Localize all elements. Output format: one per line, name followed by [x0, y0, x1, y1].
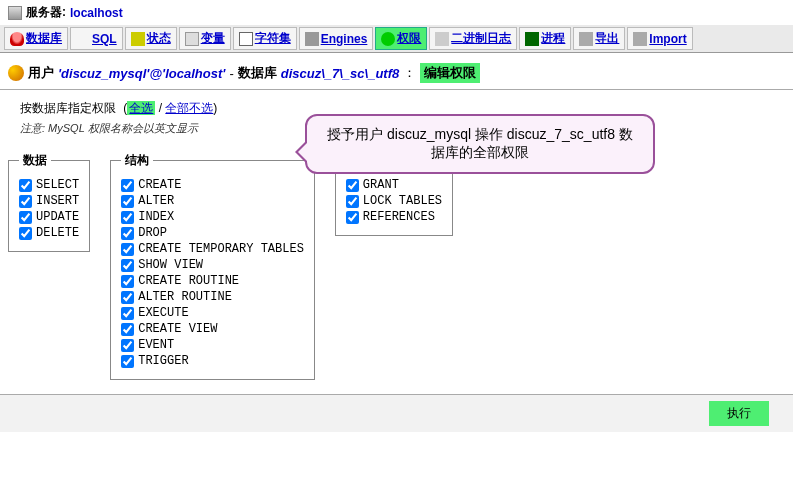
priv-checkbox[interactable] [346, 179, 359, 192]
colon: ： [403, 64, 416, 82]
priv-event[interactable]: EVENT [121, 337, 304, 353]
tab-engines[interactable]: Engines [299, 27, 374, 50]
structure-group: 结构 CREATEALTERINDEXDROPCREATE TEMPORARY … [110, 152, 315, 380]
engines-icon [305, 32, 319, 46]
priv-references[interactable]: REFERENCES [346, 209, 442, 225]
priv-checkbox[interactable] [121, 275, 134, 288]
tab-databases[interactable]: 数据库 [4, 27, 68, 50]
priv-insert[interactable]: INSERT [19, 193, 79, 209]
tab-status[interactable]: 状态 [125, 27, 177, 50]
priv-checkbox[interactable] [346, 211, 359, 224]
privileges-icon [381, 32, 395, 46]
priv-trigger[interactable]: TRIGGER [121, 353, 304, 369]
priv-checkbox[interactable] [121, 243, 134, 256]
priv-checkbox[interactable] [121, 307, 134, 320]
priv-label: CREATE ROUTINE [138, 274, 239, 288]
user-heading: 用户 'discuz_mysql'@'localhost' - 数据库 disc… [0, 53, 793, 89]
processes-icon [525, 32, 539, 46]
server-bar: 服务器: localhost [0, 0, 793, 25]
tab-sql[interactable]: SQL [70, 27, 123, 50]
priv-checkbox[interactable] [19, 179, 32, 192]
server-host: localhost [70, 6, 123, 20]
tab-label: Import [649, 32, 686, 46]
priv-checkbox[interactable] [121, 291, 134, 304]
callout-bubble: 授予用户 discuz_mysql 操作 discuz_7_sc_utf8 数据… [305, 114, 655, 174]
priv-create-routine[interactable]: CREATE ROUTINE [121, 273, 304, 289]
status-icon [131, 32, 145, 46]
tab-privileges[interactable]: 权限 [375, 27, 427, 50]
tab-processes[interactable]: 进程 [519, 27, 571, 50]
priv-checkbox[interactable] [19, 227, 32, 240]
data-group: 数据 SELECTINSERTUPDATEDELETE [8, 152, 90, 252]
execute-button[interactable]: 执行 [709, 401, 769, 426]
priv-checkbox[interactable] [121, 179, 134, 192]
database-value: discuz\_7\_sc\_utf8 [281, 66, 400, 81]
priv-label: DELETE [36, 226, 79, 240]
tab-export[interactable]: 导出 [573, 27, 625, 50]
priv-drop[interactable]: DROP [121, 225, 304, 241]
tab-label: 字符集 [255, 30, 291, 47]
sql-icon [76, 32, 90, 46]
priv-checkbox[interactable] [121, 323, 134, 336]
edit-privileges-label: 编辑权限 [420, 63, 480, 83]
priv-alter-routine[interactable]: ALTER ROUTINE [121, 289, 304, 305]
tab-label: 权限 [397, 30, 421, 47]
tab-label: 进程 [541, 30, 565, 47]
tab-label: 数据库 [26, 30, 62, 47]
user-value: 'discuz_mysql'@'localhost' [58, 66, 225, 81]
main-toolbar: 数据库SQL状态变量字符集Engines权限二进制日志进程导出Import [0, 25, 793, 53]
select-all-link[interactable]: 全选 [127, 101, 155, 115]
database-label: 数据库 [238, 64, 277, 82]
priv-checkbox[interactable] [19, 211, 32, 224]
priv-checkbox[interactable] [121, 339, 134, 352]
priv-update[interactable]: UPDATE [19, 209, 79, 225]
tab-binlog[interactable]: 二进制日志 [429, 27, 517, 50]
tab-variables[interactable]: 变量 [179, 27, 231, 50]
priv-lock-tables[interactable]: LOCK TABLES [346, 193, 442, 209]
variables-icon [185, 32, 199, 46]
priv-create[interactable]: CREATE [121, 177, 304, 193]
priv-checkbox[interactable] [19, 195, 32, 208]
priv-grant[interactable]: GRANT [346, 177, 442, 193]
priv-delete[interactable]: DELETE [19, 225, 79, 241]
priv-label: CREATE [138, 178, 181, 192]
priv-checkbox[interactable] [121, 355, 134, 368]
priv-label: GRANT [363, 178, 399, 192]
priv-label: TRIGGER [138, 354, 188, 368]
tab-label: 状态 [147, 30, 171, 47]
dash: - [229, 66, 233, 81]
import-icon [633, 32, 647, 46]
priv-create-view[interactable]: CREATE VIEW [121, 321, 304, 337]
priv-label: SELECT [36, 178, 79, 192]
priv-execute[interactable]: EXECUTE [121, 305, 304, 321]
databases-icon [10, 32, 24, 46]
tab-label: 变量 [201, 30, 225, 47]
priv-select[interactable]: SELECT [19, 177, 79, 193]
privilege-groups: 数据 SELECTINSERTUPDATEDELETE 结构 CREATEALT… [8, 146, 785, 386]
tab-charsets[interactable]: 字符集 [233, 27, 297, 50]
select-none-link[interactable]: 全部不选 [165, 101, 213, 115]
priv-checkbox[interactable] [121, 211, 134, 224]
priv-label: ALTER [138, 194, 174, 208]
charsets-icon [239, 32, 253, 46]
tab-import[interactable]: Import [627, 27, 692, 50]
select-bar-title: 按数据库指定权限 [16, 101, 120, 115]
priv-index[interactable]: INDEX [121, 209, 304, 225]
priv-alter[interactable]: ALTER [121, 193, 304, 209]
priv-checkbox[interactable] [121, 195, 134, 208]
priv-create-temporary-tables[interactable]: CREATE TEMPORARY TABLES [121, 241, 304, 257]
tab-label: Engines [321, 32, 368, 46]
priv-checkbox[interactable] [121, 259, 134, 272]
priv-label: LOCK TABLES [363, 194, 442, 208]
priv-checkbox[interactable] [121, 227, 134, 240]
priv-show-view[interactable]: SHOW VIEW [121, 257, 304, 273]
priv-checkbox[interactable] [346, 195, 359, 208]
structure-legend: 结构 [121, 152, 153, 169]
priv-label: EVENT [138, 338, 174, 352]
priv-label: REFERENCES [363, 210, 435, 224]
priv-label: INDEX [138, 210, 174, 224]
server-label: 服务器: [26, 4, 66, 21]
data-legend: 数据 [19, 152, 51, 169]
user-icon [8, 65, 24, 81]
priv-label: EXECUTE [138, 306, 188, 320]
